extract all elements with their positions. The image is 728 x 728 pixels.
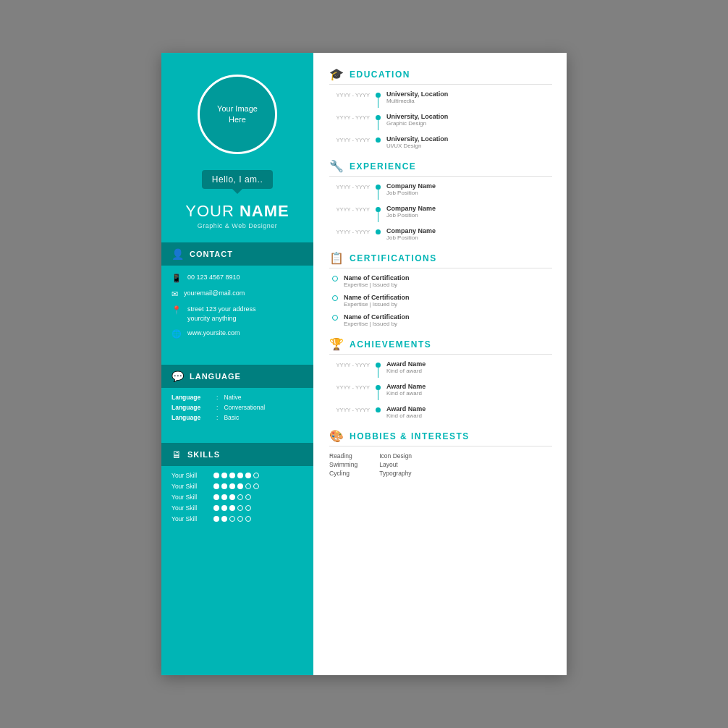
cert-main: Name of Certification bbox=[344, 274, 410, 282]
language-header: 💬 LANGUAGE bbox=[161, 365, 313, 388]
hobbies-header: 🎨 HOBBIES & INTERESTS bbox=[329, 429, 552, 443]
right-column: 🎓 EDUCATION YYYY - YYYYUniversity, Locat… bbox=[313, 53, 567, 675]
dot-filled bbox=[213, 494, 219, 500]
speech-bubble: Hello, I am.. bbox=[202, 170, 274, 189]
timeline-item: YYYY - YYYYUniversity, LocationMultimedi… bbox=[332, 90, 552, 108]
skills-header: 🖥 SKILLS bbox=[161, 443, 313, 466]
hobby-item: Swimming bbox=[329, 461, 357, 468]
photo-area: Your ImageHere bbox=[198, 75, 277, 154]
achievements-icon: 🏆 bbox=[329, 337, 344, 351]
tl-sub: Job Position bbox=[386, 212, 436, 219]
timeline-item: YYYY - YYYYAward NameKind of award bbox=[332, 383, 552, 400]
certifications-header: 📋 CERTIFICATIONS bbox=[329, 251, 552, 265]
skills-items: Your SkillYour SkillYour SkillYour Skill… bbox=[161, 466, 313, 532]
lang-name-2: Language bbox=[172, 404, 212, 411]
tl-main: University, Location bbox=[386, 135, 448, 143]
tl-content: Award NameKind of award bbox=[386, 405, 426, 419]
experience-items: YYYY - YYYYCompany NameJob PositionYYYY … bbox=[329, 182, 552, 241]
tl-line bbox=[376, 182, 381, 200]
timeline-item: YYYY - YYYYUniversity, LocationUI/UX Des… bbox=[332, 135, 552, 149]
lang-item-3: Language : Basic bbox=[172, 414, 303, 421]
tl-main: Award Name bbox=[386, 383, 426, 390]
last-name: NAME bbox=[240, 202, 289, 220]
cert-sub: Expertise | Issued by bbox=[344, 321, 410, 327]
certifications-icon: 📋 bbox=[329, 251, 344, 265]
tl-content: Company NameJob Position bbox=[386, 227, 436, 241]
dot-filled bbox=[229, 483, 235, 489]
tl-content: Company NameJob Position bbox=[386, 205, 436, 219]
dot-empty bbox=[245, 516, 251, 522]
tl-dot bbox=[376, 363, 381, 368]
skill-name: Your Skill bbox=[172, 472, 209, 479]
lang-item-1: Language : Native bbox=[172, 394, 303, 401]
tl-main: Company Name bbox=[386, 227, 436, 234]
hobbies-grid: ReadingSwimmingCyclingIcon DesignLayoutT… bbox=[329, 452, 552, 477]
tl-year: YYYY - YYYY bbox=[332, 227, 370, 235]
dot-filled bbox=[221, 516, 227, 522]
experience-divider bbox=[329, 176, 552, 177]
email-icon: ✉ bbox=[172, 289, 178, 299]
hobby-item: Cycling bbox=[329, 470, 357, 477]
skill-dots bbox=[213, 473, 259, 478]
dot-empty bbox=[245, 494, 251, 500]
language-items: Language : Native Language : Conversatio… bbox=[161, 388, 313, 430]
dot-filled bbox=[221, 494, 227, 500]
tl-main: Award Name bbox=[386, 360, 426, 368]
dot-filled bbox=[213, 483, 219, 489]
tl-sub: Graphic Design bbox=[386, 120, 448, 127]
cert-bullet bbox=[332, 315, 338, 321]
skill-dots bbox=[213, 483, 259, 489]
timeline-item: YYYY - YYYYCompany NameJob Position bbox=[332, 182, 552, 200]
address-icon: 📍 bbox=[172, 305, 182, 315]
hobbies-title: HOBBIES & INTERESTS bbox=[350, 431, 470, 441]
skill-item: Your Skill bbox=[172, 494, 303, 501]
hobby-item: Reading bbox=[329, 452, 357, 460]
tl-year: YYYY - YYYY bbox=[332, 182, 370, 190]
education-section: 🎓 EDUCATION YYYY - YYYYUniversity, Locat… bbox=[329, 67, 552, 149]
resume: Your ImageHere Hello, I am.. YOUR NAME G… bbox=[161, 53, 567, 675]
page-wrapper: Your ImageHere Hello, I am.. YOUR NAME G… bbox=[0, 0, 728, 728]
tl-dot bbox=[376, 385, 381, 390]
dot-filled bbox=[213, 473, 219, 478]
lang-item-2: Language : Conversational bbox=[172, 404, 303, 411]
contact-title: CONTACT bbox=[190, 250, 233, 258]
timeline-item: YYYY - YYYYUniversity, LocationGraphic D… bbox=[332, 113, 552, 130]
dot-empty bbox=[253, 473, 259, 478]
skill-name: Your Skill bbox=[172, 515, 209, 522]
dot-filled bbox=[221, 505, 227, 511]
tl-sub: Kind of award bbox=[386, 412, 426, 419]
dot-filled bbox=[229, 473, 235, 478]
skill-dots bbox=[213, 516, 251, 522]
dot-filled bbox=[237, 483, 243, 489]
tl-main: Award Name bbox=[386, 405, 426, 412]
tl-bar bbox=[378, 120, 379, 130]
dot-filled bbox=[213, 505, 219, 511]
tl-content: Company NameJob Position bbox=[386, 182, 436, 196]
phone-icon: 📱 bbox=[172, 274, 182, 283]
tl-dot bbox=[376, 229, 381, 234]
tl-dot bbox=[376, 137, 381, 143]
contact-item-website: 🌐 www.yoursite.com bbox=[172, 329, 303, 339]
phone-text: 00 123 4567 8910 bbox=[187, 273, 240, 282]
experience-icon: 🔧 bbox=[329, 159, 344, 173]
first-name: YOUR bbox=[185, 202, 240, 220]
timeline-item: YYYY - YYYYAward NameKind of award bbox=[332, 360, 552, 378]
cert-items: Name of CertificationExpertise | Issued … bbox=[329, 274, 552, 327]
skills-icon: 🖥 bbox=[172, 449, 182, 460]
skill-item: Your Skill bbox=[172, 515, 303, 522]
dot-empty bbox=[245, 505, 251, 511]
education-icon: 🎓 bbox=[329, 67, 344, 81]
achievements-header: 🏆 ACHIEVEMENTS bbox=[329, 337, 552, 351]
dot-empty bbox=[229, 516, 235, 522]
tl-year: YYYY - YYYY bbox=[332, 405, 370, 413]
cert-main: Name of Certification bbox=[344, 313, 410, 321]
experience-header: 🔧 EXPERIENCE bbox=[329, 159, 552, 173]
cert-sub: Expertise | Issued by bbox=[344, 301, 410, 308]
lang-level-3: Basic bbox=[224, 414, 239, 421]
tl-bar bbox=[378, 98, 379, 108]
skill-dots bbox=[213, 494, 251, 500]
skill-dots bbox=[213, 505, 251, 511]
experience-title: EXPERIENCE bbox=[350, 161, 416, 172]
tl-line bbox=[376, 360, 381, 378]
left-column: Your ImageHere Hello, I am.. YOUR NAME G… bbox=[161, 53, 313, 675]
